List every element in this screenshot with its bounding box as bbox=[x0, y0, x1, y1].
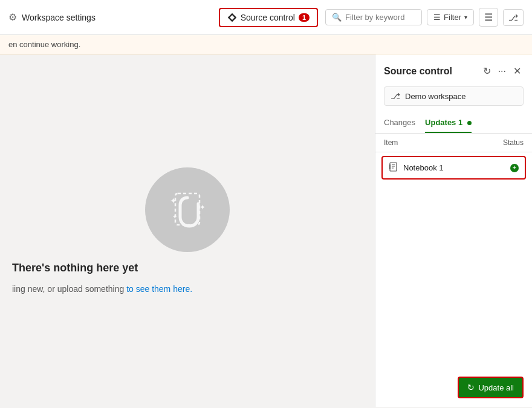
table-row[interactable]: Notebook 1 bbox=[381, 156, 526, 180]
empty-state-icon: ✦ ✦ ✦ bbox=[145, 167, 230, 252]
empty-state-desc: iing new, or upload something to see the… bbox=[12, 284, 192, 294]
empty-state-link[interactable]: to see them here. bbox=[126, 284, 192, 294]
paperclip-svg: ✦ ✦ ✦ bbox=[160, 183, 215, 237]
table-header: Item Status bbox=[375, 134, 532, 152]
tab-updates-dot bbox=[467, 121, 472, 125]
panel-actions: ↻ ··· ✕ bbox=[481, 63, 524, 79]
workspace-selector-icon: ⎇ bbox=[391, 91, 400, 101]
filter-label: Filter bbox=[444, 13, 461, 22]
source-control-badge: 1 bbox=[299, 13, 310, 22]
more-options-button[interactable]: ··· bbox=[496, 63, 508, 79]
share-button[interactable]: ⎇ bbox=[503, 9, 524, 26]
notification-text: en continue working. bbox=[8, 40, 80, 49]
tab-updates[interactable]: Updates 1 bbox=[425, 113, 472, 133]
notification-bar: en continue working. bbox=[0, 35, 532, 54]
source-control-button[interactable]: Source control 1 bbox=[219, 8, 318, 27]
source-control-panel: Source control ↻ ··· ✕ ⎇ Demo workspace … bbox=[375, 54, 532, 407]
diamond-icon bbox=[227, 13, 237, 22]
refresh-button[interactable]: ↻ bbox=[481, 63, 493, 79]
panel-header: Source control ↻ ··· ✕ bbox=[375, 54, 532, 79]
tab-changes[interactable]: Changes bbox=[384, 113, 415, 133]
header-left: ⚙ Workspace settings bbox=[8, 11, 212, 23]
ellipsis-icon: ··· bbox=[498, 66, 506, 77]
workspace-selector[interactable]: ⎇ Demo workspace bbox=[384, 86, 524, 106]
svg-text:✦: ✦ bbox=[172, 213, 177, 220]
svg-rect-8 bbox=[389, 164, 391, 169]
workspace-settings-label: Workspace settings bbox=[22, 13, 96, 22]
close-panel-button[interactable]: ✕ bbox=[511, 63, 524, 79]
workspace-selector-label: Demo workspace bbox=[405, 92, 465, 101]
svg-text:✦: ✦ bbox=[170, 196, 177, 206]
header-center: Source control 1 bbox=[219, 8, 318, 27]
panel-footer: ↻ Update all bbox=[375, 368, 532, 407]
gear-icon: ⚙ bbox=[8, 11, 17, 23]
panel-title: Source control bbox=[384, 66, 476, 77]
header-right: 🔍 ☰ Filter ▾ ☰ ⎇ bbox=[325, 8, 524, 27]
header: ⚙ Workspace settings Source control 1 🔍 … bbox=[0, 0, 532, 35]
notebook-label: Notebook 1 bbox=[403, 163, 510, 172]
filter-button[interactable]: ☰ Filter ▾ bbox=[427, 9, 474, 25]
close-icon: ✕ bbox=[513, 65, 521, 77]
filter-icon: ☰ bbox=[433, 13, 441, 22]
update-icon: ↻ bbox=[467, 383, 475, 392]
search-icon: 🔍 bbox=[332, 13, 342, 22]
menu-button[interactable]: ☰ bbox=[479, 8, 498, 27]
notebook-icon bbox=[389, 162, 398, 173]
empty-state-desc-prefix: iing new, or upload something bbox=[12, 284, 124, 294]
source-control-btn-label: Source control bbox=[241, 13, 295, 22]
chevron-down-icon: ▾ bbox=[464, 14, 467, 21]
svg-rect-4 bbox=[390, 163, 397, 171]
main-content: ✦ ✦ ✦ There's nothing here yet iing new,… bbox=[0, 54, 532, 407]
status-badge bbox=[510, 164, 519, 172]
tab-updates-label: Updates 1 bbox=[425, 118, 462, 127]
status-column-header: Status bbox=[487, 138, 524, 147]
search-box[interactable]: 🔍 bbox=[325, 9, 422, 25]
svg-text:✦: ✦ bbox=[199, 203, 206, 212]
update-all-label: Update all bbox=[478, 383, 514, 392]
refresh-icon: ↻ bbox=[483, 65, 491, 77]
item-column-header: Item bbox=[384, 138, 487, 147]
left-panel: ✦ ✦ ✦ There's nothing here yet iing new,… bbox=[0, 54, 375, 407]
tab-changes-label: Changes bbox=[384, 118, 415, 127]
share-icon: ⎇ bbox=[508, 13, 518, 22]
search-input[interactable] bbox=[345, 13, 415, 22]
update-all-button[interactable]: ↻ Update all bbox=[458, 377, 524, 398]
hamburger-icon: ☰ bbox=[484, 11, 493, 23]
tabs: Changes Updates 1 bbox=[375, 113, 532, 134]
empty-state-title: There's nothing here yet bbox=[12, 262, 138, 274]
